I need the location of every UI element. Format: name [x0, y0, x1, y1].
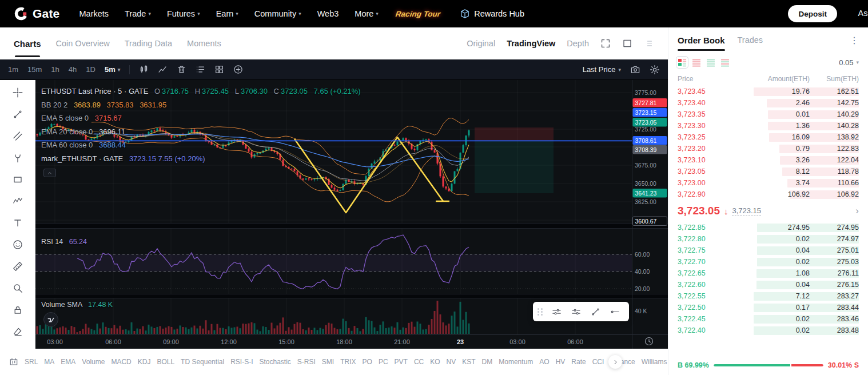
screenshot-camera-button[interactable] — [630, 65, 640, 75]
indicator-item[interactable]: HV — [556, 358, 566, 366]
indicator-item[interactable]: KST — [462, 358, 475, 366]
candle-style-button[interactable] — [139, 65, 149, 74]
indicators-button[interactable] — [158, 65, 168, 74]
orderbook-ask-row[interactable]: 3,723.4519.76162.51 — [678, 86, 859, 97]
channel-tool-button[interactable] — [13, 131, 23, 141]
price-chart-canvas[interactable]: 3775.003725.003675.003650.003625.0060.00… — [35, 80, 668, 349]
indicator-item[interactable]: SRL — [25, 358, 38, 366]
indicator-item[interactable]: PVT — [395, 358, 408, 366]
chevron-right-icon[interactable]: › — [855, 205, 859, 217]
indicator-item[interactable]: NV — [447, 358, 456, 366]
index-price-value[interactable]: 3,723.15 — [732, 206, 761, 216]
tab-trades[interactable]: Trades — [738, 27, 763, 53]
orderbook-ask-row[interactable]: 3,723.103.26122.04 — [678, 154, 859, 166]
indicator-item[interactable]: MA — [44, 358, 54, 366]
orderbook-ask-row[interactable]: 3,723.301.36140.28 — [678, 120, 859, 131]
tab-trading-data[interactable]: Trading Data — [125, 27, 172, 59]
drag-handle-icon[interactable] — [537, 308, 543, 316]
lock-tool-button[interactable] — [13, 305, 23, 315]
tab-order-book[interactable]: Order Book — [678, 27, 725, 53]
nav-item-markets[interactable]: Markets — [79, 9, 109, 18]
indicator-item[interactable]: KDJ — [138, 358, 151, 366]
indicator-item[interactable]: Williams — [642, 358, 667, 366]
tab-charts[interactable]: Charts — [14, 27, 41, 59]
last-price-row[interactable]: 3,723.05 ↓ 3,723.15 › — [678, 200, 859, 222]
indicator-item[interactable]: CCI — [592, 358, 604, 366]
deposit-button[interactable]: Deposit — [788, 5, 837, 22]
kebab-menu-icon[interactable]: ⋮ — [850, 35, 859, 46]
assets-menu[interactable]: Assets — [858, 9, 868, 18]
indicator-item[interactable]: CC — [414, 358, 424, 366]
interval-15m[interactable]: 15m — [27, 65, 42, 74]
pitchfork-tool-button[interactable] — [13, 153, 23, 163]
depth-view-combined-button[interactable] — [678, 58, 687, 67]
indicator-item[interactable]: BOLL — [157, 358, 174, 366]
chart-settings-button[interactable] — [650, 65, 660, 75]
nav-item-trade[interactable]: Trade▾ — [125, 9, 151, 18]
depth-view-alternate-button[interactable] — [720, 58, 730, 67]
indicator-item[interactable]: Rate — [571, 358, 586, 366]
fullscreen-button[interactable] — [600, 38, 611, 49]
orderbook-bid-row[interactable]: 3,722.750.04275.01 — [678, 245, 859, 256]
text-tool-button[interactable] — [13, 218, 23, 228]
orderbook-bid-row[interactable]: 3,722.85274.95274.95 — [678, 222, 859, 233]
view-mode-tradingview[interactable]: TradingView — [507, 39, 555, 48]
tradingview-logo[interactable] — [43, 312, 58, 327]
view-mode-original[interactable]: Original — [467, 39, 495, 48]
orderbook-ask-row[interactable]: 3,723.003.74110.66 — [678, 177, 859, 189]
indicator-item[interactable]: SMI — [322, 358, 334, 366]
nav-item-community[interactable]: Community▾ — [254, 9, 301, 18]
orderbook-ask-row[interactable]: 3,723.200.79122.83 — [678, 143, 859, 154]
depth-view-sell-button[interactable] — [692, 58, 701, 67]
price-type-dropdown[interactable]: Last Price ▾ — [583, 65, 621, 74]
indicator-item[interactable]: TRIX — [340, 358, 356, 366]
eraser-tool-button[interactable] — [13, 326, 23, 337]
tab-coin-overview[interactable]: Coin Overview — [56, 27, 110, 59]
orderbook-bid-row[interactable]: 3,722.651.08276.11 — [678, 268, 859, 279]
interval-1m[interactable]: 1m — [8, 65, 18, 74]
interval-active-5m[interactable]: 5m ▾ — [105, 65, 120, 74]
orderbook-bid-row[interactable]: 3,722.450.02283.46 — [678, 313, 859, 325]
indicator-item[interactable]: Volume — [82, 358, 105, 366]
orderbook-bid-row[interactable]: 3,722.400.02283.48 — [678, 325, 859, 336]
interval-1d[interactable]: 1D — [86, 65, 95, 74]
trendline-tool-button[interactable] — [587, 304, 604, 319]
racing-tour-banner[interactable]: Racing Tour — [395, 10, 441, 18]
indicator-item[interactable]: AO — [539, 358, 549, 366]
orderbook-bid-row[interactable]: 3,722.557.12283.27 — [678, 290, 859, 302]
layout-grid-button[interactable] — [214, 65, 224, 74]
orderbook-bid-row[interactable]: 3,722.600.04276.15 — [678, 279, 859, 290]
orderbook-ask-row[interactable]: 3,722.90106.92106.92 — [678, 189, 859, 200]
depth-view-buy-button[interactable] — [706, 58, 715, 67]
nav-item-more[interactable]: More▾ — [355, 9, 379, 18]
templates-button[interactable] — [196, 65, 205, 74]
gate-logo[interactable]: Gate — [14, 6, 60, 21]
orderbook-bid-row[interactable]: 3,722.500.17283.44 — [678, 302, 859, 313]
measure-tool-button[interactable] — [13, 261, 23, 272]
emoji-tool-button[interactable] — [13, 240, 23, 250]
nav-item-earn[interactable]: Earn▾ — [216, 9, 238, 18]
delete-drawings-button[interactable] — [177, 65, 186, 74]
horizontal-ray-tool-button[interactable] — [606, 304, 623, 319]
indicator-item[interactable]: PO — [363, 358, 372, 366]
legend-collapse-button[interactable] — [43, 169, 56, 177]
indicator-bar-next-button[interactable] — [608, 355, 622, 369]
indicator-item[interactable]: RSI-S-I — [230, 358, 253, 366]
indicator-item[interactable]: Stochastic — [259, 358, 290, 366]
indicator-settings-button[interactable] — [548, 304, 565, 319]
trendline-tool-button[interactable] — [13, 109, 23, 119]
indicator-item[interactable]: PC — [379, 358, 388, 366]
tab-moments[interactable]: Moments — [187, 27, 221, 59]
orderbook-ask-row[interactable]: 3,723.058.12118.78 — [678, 166, 859, 177]
indicator-item[interactable]: Momentum — [499, 358, 533, 366]
crosshair-tool-button[interactable] — [13, 87, 23, 98]
view-mode-depth[interactable]: Depth — [567, 39, 589, 48]
orderbook-ask-row[interactable]: 3,723.350.01140.29 — [678, 109, 859, 120]
orderbook-ask-row[interactable]: 3,723.402.46142.75 — [678, 97, 859, 109]
indicator-item[interactable]: S-RSI — [297, 358, 316, 366]
indicator-item[interactable]: TD Sequential — [181, 358, 224, 366]
rectangle-tool-button[interactable] — [13, 174, 23, 185]
nav-item-web3[interactable]: Web3 — [317, 9, 339, 18]
indicator-item[interactable]: DM — [482, 358, 493, 366]
nav-item-futures[interactable]: Futures▾ — [167, 9, 200, 18]
